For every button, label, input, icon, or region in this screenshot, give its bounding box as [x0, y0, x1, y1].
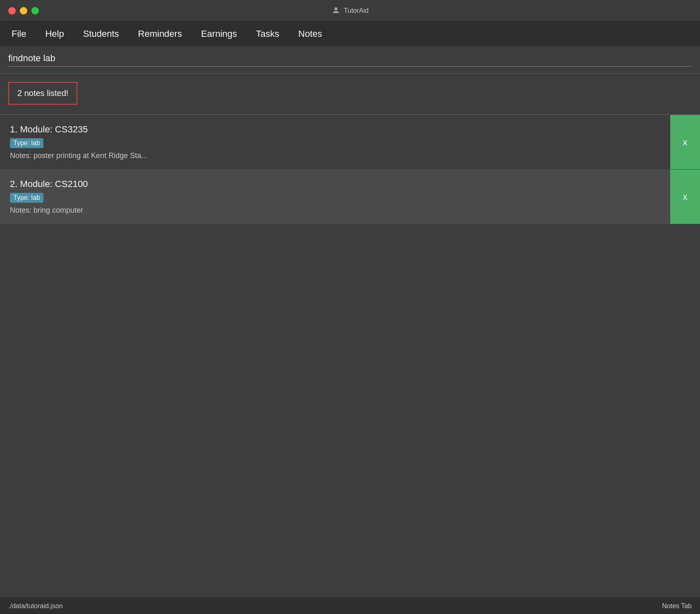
menu-tasks[interactable]: Tasks [253, 27, 283, 41]
note-title-1: 1. Module: CS3235 [10, 124, 660, 135]
menu-students[interactable]: Students [80, 27, 122, 41]
menu-bar: File Help Students Reminders Earnings Ta… [0, 22, 700, 46]
app-title: TutorAid [331, 6, 369, 15]
svg-rect-1 [335, 8, 337, 9]
note-module-1: Module: CS3235 [20, 124, 88, 134]
close-button[interactable] [8, 7, 16, 14]
traffic-lights [8, 7, 39, 14]
note-content-2: 2. Module: CS2100 Type: lab Notes: bring… [0, 170, 670, 224]
result-text: 2 notes listed! [17, 89, 68, 98]
note-item-1: 1. Module: CS3235 Type: lab Notes: poste… [0, 115, 700, 170]
menu-earnings[interactable]: Earnings [198, 27, 240, 41]
maximize-button[interactable] [31, 7, 39, 14]
menu-file[interactable]: File [8, 27, 29, 41]
search-input[interactable] [8, 53, 692, 67]
note-delete-button-2[interactable]: x [670, 170, 700, 224]
note-content-1: 1. Module: CS3235 Type: lab Notes: poste… [0, 115, 670, 169]
note-item-2: 2. Module: CS2100 Type: lab Notes: bring… [0, 170, 700, 224]
app-icon [331, 6, 340, 15]
status-bar: ./data/tutoraid.json Notes Tab [0, 597, 700, 614]
search-bar-area [0, 46, 700, 74]
result-banner-area: 2 notes listed! [0, 74, 700, 115]
note-text-2: Notes: bring computer [10, 206, 660, 215]
note-type-badge-1: Type: lab [10, 138, 43, 148]
note-type-badge-2: Type: lab [10, 193, 43, 203]
menu-notes[interactable]: Notes [295, 27, 325, 41]
minimize-button[interactable] [20, 7, 27, 14]
notes-list: 1. Module: CS3235 Type: lab Notes: poste… [0, 115, 700, 597]
result-box: 2 notes listed! [8, 82, 77, 105]
title-bar: TutorAid [0, 0, 700, 22]
note-delete-button-1[interactable]: x [670, 115, 700, 169]
note-index-2: 2. [10, 179, 20, 189]
app-title-text: TutorAid [344, 7, 369, 14]
menu-help[interactable]: Help [42, 27, 67, 41]
menu-reminders[interactable]: Reminders [135, 27, 185, 41]
status-bar-right: Notes Tab [662, 602, 692, 610]
status-bar-left: ./data/tutoraid.json [8, 602, 63, 610]
note-index-1: 1. [10, 124, 20, 134]
note-text-1: Notes: poster printing at Kent Ridge Sta… [10, 151, 660, 160]
note-title-2: 2. Module: CS2100 [10, 179, 660, 189]
note-module-2: Module: CS2100 [20, 179, 88, 189]
